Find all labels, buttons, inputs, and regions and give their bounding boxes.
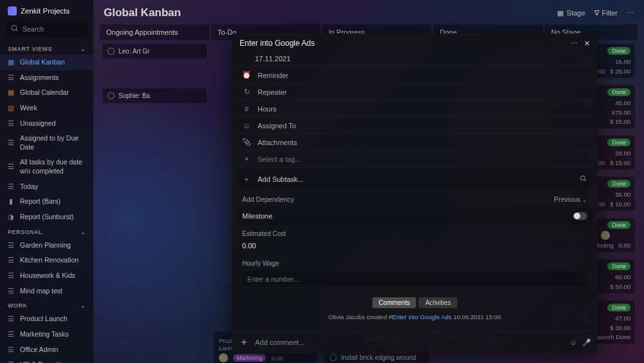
- task-modal: Enter into Google Ads ⋯ ✕ 17.11.2021 ⏰Re…: [232, 34, 598, 353]
- sidebar-item-mindmap[interactable]: ☰Mind map test: [0, 284, 93, 299]
- svg-line-1: [16, 30, 17, 31]
- chevron-down-icon: ⌄: [80, 302, 86, 309]
- milestone-label: Milestone: [242, 212, 272, 220]
- activity-link[interactable]: #Enter into Google Ads: [389, 313, 452, 320]
- tab-activities[interactable]: Activities: [419, 297, 457, 308]
- section-work[interactable]: WORK ⌄: [0, 299, 93, 311]
- assigned-field[interactable]: ☺Assigned To: [237, 117, 592, 134]
- emoji-icon[interactable]: ☺: [570, 338, 577, 346]
- tag-field[interactable]: ⌖Select a tag...: [237, 151, 592, 168]
- add-subtask-button[interactable]: +Add Subtask...: [237, 169, 592, 189]
- sidebar-item-housework[interactable]: ☰Housework & Kids: [0, 268, 93, 284]
- sidebar-item-report-bars[interactable]: ▮Report (Bars): [0, 194, 93, 210]
- search-icon[interactable]: [579, 174, 587, 184]
- activity-entry: Olivia Jacobs created #Enter into Google…: [237, 311, 592, 327]
- sidebar-item-product-launch[interactable]: ☰Product Launch: [0, 311, 93, 327]
- plus-icon: +: [242, 175, 251, 183]
- section-smart-views[interactable]: SMART VIEWS ⌄: [0, 42, 93, 55]
- sidebar: Zenkit Projects Search SMART VIEWS ⌄ ▦Gl…: [0, 0, 93, 363]
- sidebar-item-report-sunburst[interactable]: ◑Report (Sunburst): [0, 210, 93, 225]
- estimated-cost-label: Estimated Cost: [237, 225, 592, 239]
- folder-icon: ☰: [6, 330, 15, 338]
- folder-icon: ☰: [6, 241, 15, 250]
- comment-input[interactable]: Add comment...: [255, 338, 565, 346]
- sidebar-item-today[interactable]: ☰Today: [0, 179, 93, 195]
- sidebar-item-unassigned[interactable]: ☰Unassigned: [0, 116, 93, 132]
- sidebar-item-hr-recruiting[interactable]: ☰HR & Recruiting: [0, 357, 93, 363]
- folder-icon: ☰: [6, 271, 15, 280]
- sidebar-item-office-admin[interactable]: ☰Office Admin: [0, 342, 93, 358]
- list-icon: ☰: [6, 163, 15, 172]
- chevron-down-icon: ⌄: [80, 46, 86, 52]
- search-icon: [10, 24, 19, 34]
- brand-label: Zenkit Projects: [21, 7, 70, 15]
- sidebar-item-garden[interactable]: ☰Garden Planning: [0, 238, 93, 253]
- more-icon[interactable]: ⋯: [571, 39, 578, 48]
- list-icon: ☰: [6, 139, 15, 147]
- sidebar-item-kitchen[interactable]: ☰Kitchen Renovation: [0, 253, 93, 268]
- svg-line-3: [584, 179, 585, 181]
- clock-icon: ⏰: [242, 71, 251, 79]
- bar-chart-icon: ▮: [6, 198, 15, 206]
- search-input[interactable]: Search: [5, 21, 88, 37]
- tab-comments[interactable]: Comments: [372, 297, 416, 308]
- folder-icon: ☰: [6, 315, 15, 324]
- attachment-icon: 📎: [242, 138, 251, 146]
- hourly-wage-label: Hourly Wage: [237, 255, 592, 268]
- chevron-down-icon: ⌄: [582, 197, 587, 203]
- kanban-icon: ▦: [6, 58, 15, 66]
- folder-icon: ☰: [6, 257, 15, 265]
- unassigned-icon: ☰: [6, 119, 15, 128]
- date-value[interactable]: 17.11.2021: [255, 55, 290, 63]
- sidebar-item-all-tasks-due[interactable]: ☰All tasks by due date w/o completed: [0, 155, 93, 179]
- svg-point-2: [581, 176, 585, 181]
- modal-title: Enter into Google Ads: [240, 39, 315, 48]
- user-icon: ☰: [6, 74, 15, 82]
- hash-icon: #: [242, 105, 251, 113]
- hours-field[interactable]: #Hours: [237, 101, 592, 117]
- repeater-field[interactable]: ↻Repeater: [237, 84, 592, 101]
- sidebar-item-week[interactable]: ▥Week: [0, 101, 93, 116]
- today-icon: ☰: [6, 182, 15, 191]
- section-personal[interactable]: PERSONAL ⌄: [0, 225, 93, 238]
- close-icon[interactable]: ✕: [584, 39, 590, 48]
- folder-icon: ☰: [6, 287, 15, 295]
- search-placeholder: Search: [23, 25, 44, 33]
- previous-selector[interactable]: Previous ⌄: [554, 195, 587, 203]
- add-button[interactable]: +: [238, 337, 250, 348]
- zenkit-logo-icon: [8, 6, 17, 15]
- estimated-cost-input[interactable]: 0.00: [242, 242, 256, 250]
- repeat-icon: ↻: [242, 88, 251, 96]
- reminder-field[interactable]: ⏰Reminder: [237, 67, 592, 84]
- chevron-down-icon: ⌄: [80, 229, 86, 235]
- sidebar-item-global-kanban[interactable]: ▦Global Kanban: [0, 55, 93, 70]
- person-icon: ☺: [242, 122, 251, 130]
- attachments-field[interactable]: 📎Attachments: [237, 134, 592, 151]
- sidebar-item-marketing-tasks[interactable]: ☰Marketing Tasks: [0, 327, 93, 342]
- calendar-icon: ▦: [6, 89, 15, 97]
- sidebar-item-assignments[interactable]: ☰Assignments: [0, 70, 93, 86]
- sidebar-item-assigned-due[interactable]: ☰Assigned to by Due Date: [0, 131, 93, 155]
- add-dependency-button[interactable]: Add Dependency: [242, 195, 294, 203]
- folder-icon: ☰: [6, 346, 15, 354]
- folder-icon: ☰: [6, 360, 15, 363]
- sidebar-item-global-calendar[interactable]: ▦Global Calendar: [0, 85, 93, 101]
- sunburst-icon: ◑: [6, 213, 15, 221]
- main-area: Global Kanban ▦Stage ∇Filter ⋯ Ongoing A…: [93, 0, 644, 363]
- week-icon: ▥: [6, 104, 15, 112]
- milestone-toggle[interactable]: [573, 212, 587, 220]
- hourly-wage-input[interactable]: Enter a number...: [242, 271, 587, 287]
- svg-point-0: [12, 25, 17, 30]
- brand[interactable]: Zenkit Projects: [0, 0, 93, 21]
- tag-icon: ⌖: [242, 155, 251, 163]
- mic-icon[interactable]: 🎤: [582, 338, 591, 347]
